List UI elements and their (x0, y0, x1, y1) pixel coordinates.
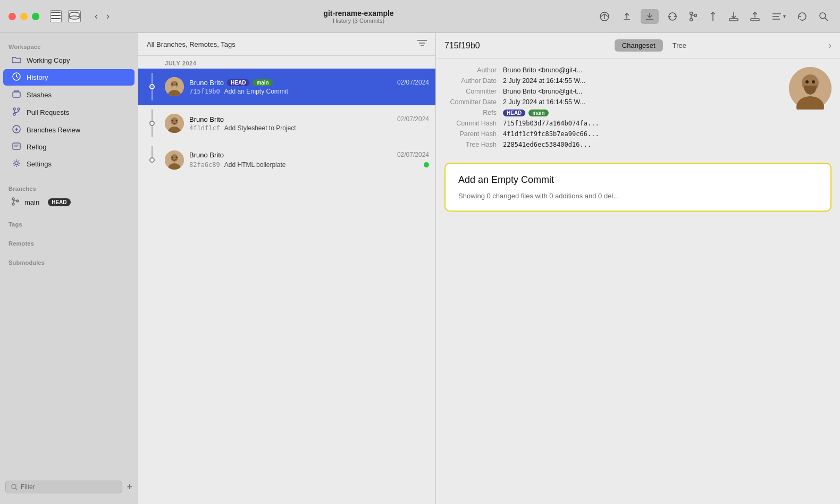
svg-point-55 (172, 120, 173, 122)
sidebar-footer: Filter + (0, 476, 138, 498)
svg-point-41 (12, 484, 16, 489)
commit-bottom-row: 715f19b0 Add an Empty Commit (189, 88, 429, 95)
svg-point-62 (424, 162, 429, 167)
commit-date: 02/07/2024 (397, 115, 429, 123)
search-icon[interactable] (816, 10, 831, 23)
sidebar-branch-main[interactable]: main HEAD (3, 195, 135, 210)
detail-panel: 715f19b0 Changeset Tree › Author Bruno B… (436, 33, 840, 504)
history-icon (12, 72, 21, 82)
history-label: History (27, 73, 48, 81)
commit-top-row: Bruno Brito HEAD main 02/07/2024 (189, 79, 429, 87)
titlebar-actions: ▾ (596, 9, 831, 24)
upload-icon[interactable] (747, 9, 763, 24)
commit-author: Bruno Brito (189, 79, 224, 87)
forward-button[interactable]: › (103, 9, 113, 24)
commit-hash: 715f19b0 (189, 88, 220, 95)
parent-hash-label: Parent Hash (444, 130, 503, 138)
commit-top-row: Bruno Brito 02/07/2024 (189, 115, 429, 123)
all-branches-label: All Branches, Remotes, Tags (147, 40, 236, 48)
committer-label: Committer (444, 88, 503, 95)
close-button[interactable] (9, 13, 16, 20)
tab-changeset[interactable]: Changeset (615, 39, 663, 52)
sidebar-item-branches-review[interactable]: Branches Review (3, 122, 135, 138)
commit-row[interactable]: Bruno Brito HEAD main 02/07/2024 715f19b… (138, 69, 435, 105)
sync-icon[interactable] (664, 9, 681, 24)
sidebar-item-stashes[interactable]: Stashes (3, 87, 135, 103)
svg-line-6 (601, 14, 604, 16)
fetch-icon[interactable] (596, 9, 613, 24)
commit-graph-c1 (145, 73, 159, 100)
reflog-label: Reflog (27, 143, 47, 151)
minimize-button[interactable] (20, 13, 28, 20)
commit-info: Bruno Brito 02/07/2024 82fa6c89 Add HTML… (189, 151, 429, 170)
tree-hash-label: Tree Hash (444, 141, 503, 148)
sidebar: Workspace Working Copy History Stashes P… (0, 33, 138, 504)
tree-hash-row: Tree Hash 228541ed6ec538400d16... (444, 139, 772, 150)
commit-row[interactable]: Bruno Brito 02/07/2024 82fa6c89 Add HTML… (138, 142, 435, 179)
sidebar-toggle-icon[interactable] (50, 10, 62, 22)
titlebar-left-icons (50, 10, 81, 22)
window-controls (9, 13, 39, 20)
branch-icon[interactable] (686, 9, 700, 24)
svg-point-29 (18, 108, 20, 110)
svg-point-61 (176, 157, 178, 158)
svg-rect-33 (13, 143, 20, 149)
detail-tabs: Changeset Tree (615, 39, 694, 52)
filter-options-button[interactable] (417, 39, 427, 49)
settings-icon (12, 159, 21, 169)
sidebar-item-settings[interactable]: Settings (3, 156, 135, 172)
head-badge: HEAD (48, 198, 70, 206)
push-icon[interactable] (618, 9, 635, 24)
stashes-icon (12, 90, 21, 100)
svg-rect-1 (51, 15, 61, 16)
drive-icon[interactable] (68, 10, 81, 22)
commit-info: Bruno Brito 02/07/2024 4f1df1cf Add Styl… (189, 115, 429, 132)
sidebar-item-reflog[interactable]: Reflog (3, 139, 135, 155)
committer-row: Committer Bruno Brito <bruno@git-t... (444, 86, 772, 97)
ref-main-badge: main (253, 79, 272, 86)
detail-header: 715f19b0 Changeset Tree › (436, 33, 840, 58)
svg-point-49 (172, 83, 173, 85)
meta-table: Author Bruno Brito <bruno@git-t... Autho… (436, 58, 780, 156)
svg-point-66 (805, 80, 809, 83)
filter-box[interactable]: Filter (5, 481, 122, 493)
svg-line-5 (604, 14, 608, 16)
month-label: JULY 2024 (138, 56, 435, 69)
commit-hash: 4f1df1cf (189, 124, 220, 132)
sidebar-item-pull-requests[interactable]: Pull Requests (3, 104, 135, 121)
commit-date: 02/07/2024 (397, 79, 429, 86)
commit-bottom-row: 82fa6c89 Add HTML boilerplate (189, 160, 429, 170)
svg-point-67 (812, 80, 815, 83)
svg-rect-16 (729, 19, 738, 21)
detail-expand-button[interactable]: › (828, 40, 831, 51)
tags-label: Tags (0, 217, 138, 230)
commit-list-panel: All Branches, Remotes, Tags JULY 2024 (138, 33, 436, 504)
filter-icon (11, 484, 18, 490)
stash-icon[interactable] (705, 9, 720, 24)
diff-options-icon[interactable]: ▾ (768, 10, 789, 23)
back-button[interactable]: ‹ (91, 9, 101, 24)
svg-point-50 (176, 83, 178, 85)
sidebar-item-history[interactable]: History (3, 69, 135, 86)
pull-icon[interactable] (641, 9, 659, 24)
sidebar-item-working-copy[interactable]: Working Copy (3, 53, 135, 68)
commit-hash: 82fa6c89 (189, 161, 220, 169)
author-label: Author (444, 66, 503, 74)
working-copy-label: Working Copy (27, 56, 70, 64)
remotes-label: Remotes (0, 236, 138, 249)
committer-date-value: 2 July 2024 at 16:14:55 W... (503, 98, 585, 106)
filter-add-button[interactable]: + (127, 482, 132, 493)
svg-line-42 (15, 488, 17, 490)
svg-point-28 (13, 113, 15, 115)
folder-icon (12, 56, 21, 65)
refs-container: HEAD main (503, 110, 549, 116)
refresh-icon[interactable] (794, 10, 810, 23)
download-icon[interactable] (726, 9, 742, 24)
branches-review-label: Branches Review (27, 126, 80, 134)
commit-message: Add Stylesheet to Project (224, 124, 296, 132)
submodules-label: Submodules (0, 255, 138, 268)
tab-tree[interactable]: Tree (665, 39, 694, 52)
maximize-button[interactable] (32, 13, 39, 20)
commit-row[interactable]: Bruno Brito 02/07/2024 4f1df1cf Add Styl… (138, 105, 435, 142)
branch-fork-icon (12, 197, 19, 207)
